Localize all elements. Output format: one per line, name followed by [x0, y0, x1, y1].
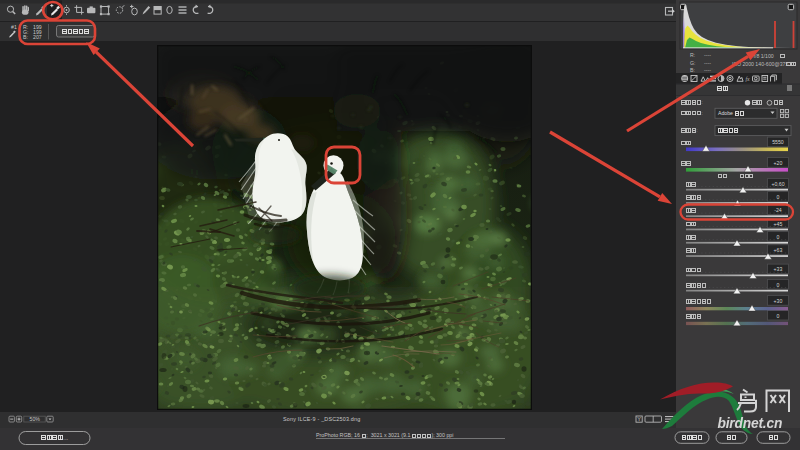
svg-text:birdnet.cn: birdnet.cn [718, 416, 783, 431]
